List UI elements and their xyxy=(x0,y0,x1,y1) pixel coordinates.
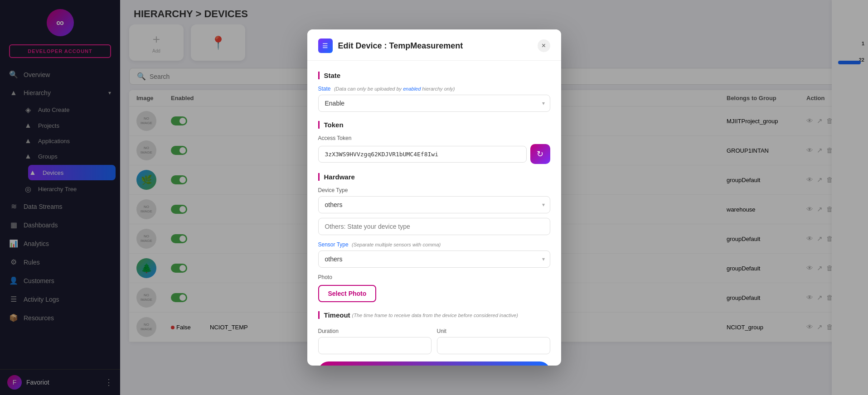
device-type-label: Device Type xyxy=(318,187,550,193)
access-token-label: Access Token xyxy=(318,135,550,141)
duration-row: Duration Unit xyxy=(318,322,550,354)
enabled-link[interactable]: enabled xyxy=(403,86,421,92)
edit-device-modal: ☰ Edit Device : TempMeasurement × State … xyxy=(307,29,561,365)
sensor-type-label: Sensor Type (Separate multiple sensors w… xyxy=(318,241,550,248)
timeout-section-title: Timeout (The time frame to receive data … xyxy=(318,311,550,319)
modal-close-button[interactable]: × xyxy=(538,39,550,52)
access-token-input[interactable] xyxy=(318,146,527,163)
select-photo-button[interactable]: Select Photo xyxy=(318,285,377,302)
modal-title-icon: ☰ xyxy=(318,39,333,53)
state-select-wrap: Enable Disable ▾ xyxy=(318,95,550,112)
photo-label: Photo xyxy=(318,274,550,280)
refresh-token-button[interactable]: ↻ xyxy=(530,144,550,164)
state-note: (Data can only be uploaded by enabled hi… xyxy=(334,86,455,92)
device-type-other-input[interactable] xyxy=(318,218,550,235)
token-row: ↻ xyxy=(318,144,550,164)
timeout-note: (The time frame to receive data from the… xyxy=(352,313,518,318)
sensor-type-select-wrap: others Temperature Humidity Pressure ▾ xyxy=(318,250,550,268)
modal-title: Edit Device : TempMeasurement xyxy=(338,41,532,51)
state-section-title: State xyxy=(318,72,550,79)
device-type-select[interactable]: others Arduino Raspberry Pi ESP8266 ESP3… xyxy=(318,196,550,213)
unit-input[interactable] xyxy=(437,337,550,354)
state-field-label: State (Data can only be uploaded by enab… xyxy=(318,86,550,92)
modal-body: State State (Data can only be uploaded b… xyxy=(307,61,561,365)
refresh-icon: ↻ xyxy=(537,149,543,159)
confirm-button[interactable]: Confirm xyxy=(318,361,550,365)
duration-input[interactable] xyxy=(318,337,432,354)
hardware-section-title: Hardware xyxy=(318,173,550,181)
unit-label: Unit xyxy=(437,328,550,334)
state-select[interactable]: Enable Disable xyxy=(318,95,550,112)
modal-header: ☰ Edit Device : TempMeasurement × xyxy=(307,29,561,61)
token-section-title: Token xyxy=(318,121,550,129)
sensor-type-select[interactable]: others Temperature Humidity Pressure xyxy=(318,250,550,268)
duration-label: Duration xyxy=(318,328,432,334)
device-type-select-wrap: others Arduino Raspberry Pi ESP8266 ESP3… xyxy=(318,196,550,213)
sensor-note: (Separate multiple sensors with comma) xyxy=(352,242,441,247)
